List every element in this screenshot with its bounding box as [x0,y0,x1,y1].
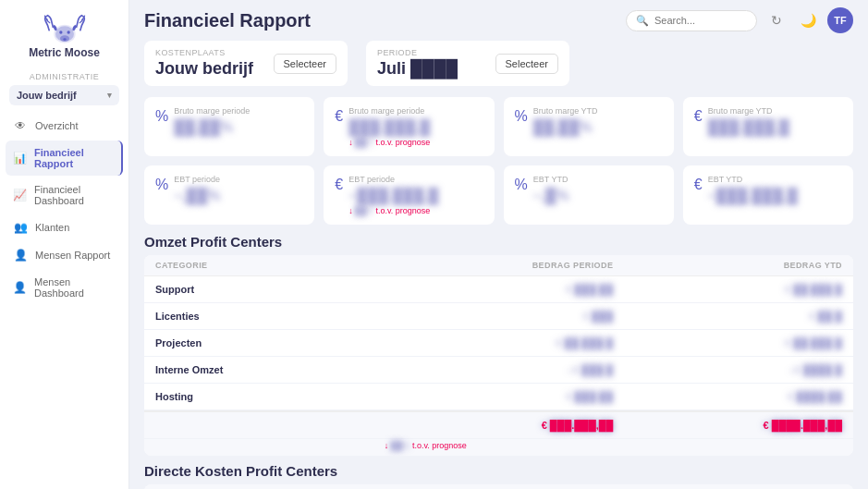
omzet-total-sub-row: ↓ ██% t.o.v. prognose [144,439,853,456]
kpi-title: EBT periode [348,175,438,184]
euro-icon: € [335,108,343,125]
row-periode: € ███ [385,311,614,322]
row-category: Support [155,284,385,295]
omzet-section-title: Omzet Profit Centers [144,234,853,250]
row-ytd: € ██,█ [613,311,842,322]
kpi-value: ███.███,█ [708,119,789,136]
sub-label2: t.o.v. prognose [375,206,430,215]
kostenplaats-selector: Kostenplaats Jouw bedrijf Selecteer [144,41,348,86]
content-area: Kostenplaats Jouw bedrijf Selecteer Peri… [129,41,868,489]
total-label [155,420,385,431]
avatar[interactable]: TF [827,7,853,33]
kostenplaats-label: Kostenplaats [155,48,253,57]
sidebar-item-financieel-dashboard[interactable]: 📈 Financieel Dashboard [6,177,123,213]
kostenplaats-info: Kostenplaats Jouw bedrijf [155,48,253,79]
sub-value2: ██% [355,206,374,215]
nav-menu: 👁 Overzicht 📊 Financieel Rapport 📈 Finan… [0,113,128,305]
euro2-icon: € [694,108,703,125]
kpi-value: –███.███,█ [348,188,438,204]
kpi-title: EBT YTD [708,175,798,184]
kpi-value: ███.███,█ [348,119,430,136]
percent2-icon: % [515,108,528,125]
row-category: Projecten [155,337,385,348]
row-periode: € ██.███,█ [385,337,614,348]
kpi-value: –,██% [174,188,220,204]
row-category: Licenties [155,311,385,322]
search-box[interactable]: 🔍 [626,10,757,31]
omzet-total-row: € ███.███,██ € ████.███,██ [144,410,853,439]
trend-icon: 📈 [13,189,27,202]
sidebar-item-label: Overzicht [35,120,78,131]
kpi-sub: ↓ ██% t.o.v. prognose [348,206,438,215]
periode-value: Juli ████ [377,59,458,79]
row-ytd: € ██.███,█ [613,337,842,348]
theme-toggle-button[interactable]: 🌙 [796,8,820,32]
total-ytd: € ████.███,██ [613,420,842,431]
percent3-icon: % [155,177,168,193]
kpi-title: Bruto marge YTD [708,106,789,116]
sidebar-item-mensen-dashboard[interactable]: 👤 Mensen Dashboard [6,270,123,305]
kpi-title: Bruto marge YTD [533,106,598,116]
row-ytd: –€ ████,█ [613,364,842,375]
kpi-ebtytd-eur: € EBT YTD –███.███,█ [683,165,853,225]
sidebar-item-label: Klanten [35,222,69,233]
col-categorie: CATEGORIE [155,261,385,270]
sub-arrow: ↓ [348,138,353,147]
svg-point-4 [67,31,69,33]
percent4-icon: % [515,177,528,193]
kpi-sub: ↓ ██% t.o.v. prognose [348,138,430,147]
kpi-ebt-pct: % EBT periode –,██% [144,165,314,225]
topbar-right: 🔍 ↻ 🌙 TF [626,7,853,33]
kpi-value: ██,██% [533,119,593,136]
row-category: Interne Omzet [155,364,385,375]
kpi-title: EBT YTD [533,175,569,184]
percent-icon: % [155,108,168,125]
total-periode: € ███.███,██ [385,420,614,431]
omzet-table: CATEGORIE BEDRAG PERIODE BEDRAG YTD Supp… [144,255,853,456]
kpi-row-1: % Bruto marge periode ██,██% € Bruto mar… [144,97,853,156]
kpi-ebtytd-pct: % EBT YTD –,█% [504,165,674,225]
table-row: Interne Omzet –€ ███,█ –€ ████,█ [144,357,853,384]
person-icon: 👤 [13,249,28,262]
euro4-icon: € [694,177,703,193]
directe-section-title: Directe Kosten Profit Centers [144,463,853,479]
periode-info: Periode Juli ████ [377,48,458,79]
page-title: Financieel Rapport [144,10,311,31]
sub-arrow2: ↓ [348,206,353,215]
topbar: Financieel Rapport 🔍 ↻ 🌙 TF [129,0,868,41]
sidebar-item-label: Mensen Dashboard [34,276,116,299]
col-bedrag-periode: BEDRAG PERIODE [385,261,614,270]
kpi-bmp-eur: € Bruto marge periode ███.███,█ ↓ ██% t.… [324,97,494,156]
sub-label: t.o.v. prognose [375,138,430,147]
row-ytd: € ████,██ [613,391,842,402]
main-area: Financieel Rapport 🔍 ↻ 🌙 TF Kostenplaats… [129,0,868,489]
sidebar-item-klanten[interactable]: 👥 Klanten [6,214,123,240]
sidebar-item-financieel-rapport[interactable]: 📊 Financieel Rapport [6,141,123,176]
periode-label: Periode [377,48,458,57]
sidebar-item-overzicht[interactable]: 👁 Overzicht [6,113,123,139]
kpi-title: EBT periode [174,175,220,184]
row-ytd: € ██.███,█ [613,284,842,295]
table-row: Projecten € ██.███,█ € ██.███,█ [144,330,853,357]
sidebar-item-mensen-rapport[interactable]: 👤 Mensen Rapport [6,242,123,268]
sidebar: Metric Moose Administratie Jouw bedrijf … [0,0,129,489]
kpi-value: –███.███,█ [708,188,798,204]
search-input[interactable] [654,15,747,26]
periode-select-button[interactable]: Selecteer [495,54,558,74]
svg-point-5 [63,38,66,41]
prog-label: ↓ ██% t.o.v. prognose [385,441,614,450]
chevron-down-icon: ▾ [107,91,112,100]
chart-icon: 📊 [13,152,27,165]
kpi-row-2: % EBT periode –,██% € EBT periode [144,165,853,225]
omzet-table-header: CATEGORIE BEDRAG PERIODE BEDRAG YTD [144,255,853,276]
directe-table: CATEGORIE BEDRAG PERIODE BEDRAG YTD Inhu… [144,484,853,489]
refresh-button[interactable]: ↻ [764,8,789,32]
kostenplaats-select-button[interactable]: Selecteer [274,54,336,74]
company-selector[interactable]: Jouw bedrijf ▾ [9,85,119,105]
row-category: Hosting [155,391,385,402]
sub-value: ██% [355,138,374,147]
kpi-ebt-eur: € EBT periode –███.███,█ ↓ ██% t.o.v. pr… [324,165,494,225]
selectors-row: Kostenplaats Jouw bedrijf Selecteer Peri… [144,41,853,86]
eye-icon: 👁 [13,119,28,132]
euro3-icon: € [335,177,343,193]
